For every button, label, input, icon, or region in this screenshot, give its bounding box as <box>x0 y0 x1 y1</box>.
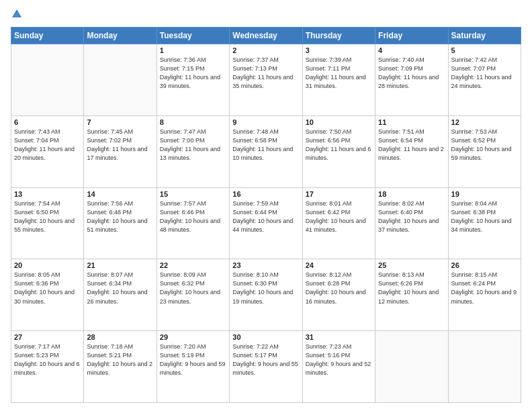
day-info: Sunrise: 8:05 AMSunset: 6:36 PMDaylight:… <box>14 271 81 306</box>
calendar-cell: 30Sunrise: 7:22 AMSunset: 5:17 PMDayligh… <box>230 331 302 403</box>
week-row: 20Sunrise: 8:05 AMSunset: 6:36 PMDayligh… <box>11 259 521 331</box>
day-number: 21 <box>87 261 153 269</box>
day-info: Sunrise: 7:37 AMSunset: 7:13 PMDaylight:… <box>232 56 299 91</box>
day-info: Sunrise: 7:45 AMSunset: 7:02 PMDaylight:… <box>87 128 153 163</box>
day-info: Sunrise: 7:18 AMSunset: 5:21 PMDaylight:… <box>87 342 153 377</box>
calendar-cell: 26Sunrise: 8:15 AMSunset: 6:24 PMDayligh… <box>448 259 521 331</box>
calendar-cell: 4Sunrise: 7:40 AMSunset: 7:09 PMDaylight… <box>375 44 448 116</box>
day-number: 7 <box>87 118 153 126</box>
day-number: 4 <box>378 46 445 54</box>
weekday-header: Sunday <box>11 28 84 44</box>
day-number: 2 <box>232 46 299 54</box>
day-info: Sunrise: 7:36 AMSunset: 7:15 PMDaylight:… <box>160 56 226 91</box>
day-number: 19 <box>451 190 518 198</box>
day-info: Sunrise: 7:20 AMSunset: 5:19 PMDaylight:… <box>160 342 226 377</box>
day-info: Sunrise: 8:04 AMSunset: 6:38 PMDaylight:… <box>451 199 518 234</box>
day-info: Sunrise: 7:43 AMSunset: 7:04 PMDaylight:… <box>14 128 81 163</box>
day-number: 25 <box>378 261 445 269</box>
calendar-cell: 17Sunrise: 8:01 AMSunset: 6:42 PMDayligh… <box>302 187 375 259</box>
day-info: Sunrise: 7:50 AMSunset: 6:56 PMDaylight:… <box>306 128 372 163</box>
calendar-cell <box>11 44 84 116</box>
calendar-cell <box>375 331 448 403</box>
week-row: 1Sunrise: 7:36 AMSunset: 7:15 PMDaylight… <box>11 44 521 116</box>
calendar-cell: 3Sunrise: 7:39 AMSunset: 7:11 PMDaylight… <box>302 44 375 116</box>
calendar-cell: 6Sunrise: 7:43 AMSunset: 7:04 PMDaylight… <box>11 116 84 187</box>
day-number: 20 <box>14 261 81 269</box>
day-number: 11 <box>378 118 445 126</box>
day-number: 26 <box>451 261 518 269</box>
logo-icon <box>11 8 23 20</box>
calendar-cell: 11Sunrise: 7:51 AMSunset: 6:54 PMDayligh… <box>375 116 448 187</box>
day-info: Sunrise: 7:17 AMSunset: 5:23 PMDaylight:… <box>14 342 81 377</box>
day-number: 28 <box>87 333 153 341</box>
calendar-table: SundayMondayTuesdayWednesdayThursdayFrid… <box>11 27 521 403</box>
calendar-header-row: SundayMondayTuesdayWednesdayThursdayFrid… <box>11 28 521 44</box>
day-info: Sunrise: 8:15 AMSunset: 6:24 PMDaylight:… <box>451 271 518 306</box>
day-number: 10 <box>306 118 372 126</box>
day-info: Sunrise: 7:47 AMSunset: 7:00 PMDaylight:… <box>160 128 226 163</box>
weekday-header: Thursday <box>302 28 375 44</box>
calendar-cell: 7Sunrise: 7:45 AMSunset: 7:02 PMDaylight… <box>84 116 157 187</box>
weekday-header: Saturday <box>448 28 521 44</box>
day-info: Sunrise: 8:10 AMSunset: 6:30 PMDaylight:… <box>232 271 299 306</box>
weekday-header: Wednesday <box>230 28 302 44</box>
week-row: 13Sunrise: 7:54 AMSunset: 6:50 PMDayligh… <box>11 187 521 259</box>
calendar-cell: 31Sunrise: 7:23 AMSunset: 5:16 PMDayligh… <box>302 331 375 403</box>
day-info: Sunrise: 7:23 AMSunset: 5:16 PMDaylight:… <box>306 342 372 377</box>
page: SundayMondayTuesdayWednesdayThursdayFrid… <box>0 0 532 411</box>
day-number: 5 <box>451 46 518 54</box>
day-number: 1 <box>160 46 226 54</box>
day-number: 14 <box>87 190 153 198</box>
calendar-cell: 29Sunrise: 7:20 AMSunset: 5:19 PMDayligh… <box>157 331 229 403</box>
day-info: Sunrise: 8:02 AMSunset: 6:40 PMDaylight:… <box>378 199 445 234</box>
day-number: 12 <box>451 118 518 126</box>
calendar-cell: 13Sunrise: 7:54 AMSunset: 6:50 PMDayligh… <box>11 187 84 259</box>
day-number: 27 <box>14 333 81 341</box>
day-number: 22 <box>160 261 226 269</box>
weekday-header: Tuesday <box>157 28 229 44</box>
week-row: 27Sunrise: 7:17 AMSunset: 5:23 PMDayligh… <box>11 331 521 403</box>
day-number: 6 <box>14 118 81 126</box>
day-info: Sunrise: 8:12 AMSunset: 6:28 PMDaylight:… <box>306 271 372 306</box>
calendar-cell: 21Sunrise: 8:07 AMSunset: 6:34 PMDayligh… <box>84 259 157 331</box>
day-number: 17 <box>306 190 372 198</box>
day-number: 30 <box>232 333 299 341</box>
day-info: Sunrise: 8:13 AMSunset: 6:26 PMDaylight:… <box>378 271 445 306</box>
weekday-header: Friday <box>375 28 448 44</box>
calendar-cell: 5Sunrise: 7:42 AMSunset: 7:07 PMDaylight… <box>448 44 521 116</box>
day-number: 31 <box>306 333 372 341</box>
calendar-cell <box>448 331 521 403</box>
calendar-cell: 9Sunrise: 7:48 AMSunset: 6:58 PMDaylight… <box>230 116 302 187</box>
calendar-cell: 23Sunrise: 8:10 AMSunset: 6:30 PMDayligh… <box>230 259 302 331</box>
calendar-cell: 28Sunrise: 7:18 AMSunset: 5:21 PMDayligh… <box>84 331 157 403</box>
calendar-cell: 1Sunrise: 7:36 AMSunset: 7:15 PMDaylight… <box>157 44 229 116</box>
day-info: Sunrise: 7:54 AMSunset: 6:50 PMDaylight:… <box>14 199 81 234</box>
calendar-cell: 16Sunrise: 7:59 AMSunset: 6:44 PMDayligh… <box>230 187 302 259</box>
day-info: Sunrise: 7:40 AMSunset: 7:09 PMDaylight:… <box>378 56 445 91</box>
day-info: Sunrise: 7:59 AMSunset: 6:44 PMDaylight:… <box>232 199 299 234</box>
day-info: Sunrise: 7:53 AMSunset: 6:52 PMDaylight:… <box>451 128 518 163</box>
calendar-cell: 2Sunrise: 7:37 AMSunset: 7:13 PMDaylight… <box>230 44 302 116</box>
day-info: Sunrise: 8:07 AMSunset: 6:34 PMDaylight:… <box>87 271 153 306</box>
day-number: 29 <box>160 333 226 341</box>
calendar-cell <box>84 44 157 116</box>
calendar-cell: 27Sunrise: 7:17 AMSunset: 5:23 PMDayligh… <box>11 331 84 403</box>
day-info: Sunrise: 7:57 AMSunset: 6:46 PMDaylight:… <box>160 199 226 234</box>
day-info: Sunrise: 7:39 AMSunset: 7:11 PMDaylight:… <box>306 56 372 91</box>
day-number: 23 <box>232 261 299 269</box>
calendar-cell: 18Sunrise: 8:02 AMSunset: 6:40 PMDayligh… <box>375 187 448 259</box>
day-number: 18 <box>378 190 445 198</box>
calendar-cell: 19Sunrise: 8:04 AMSunset: 6:38 PMDayligh… <box>448 187 521 259</box>
day-info: Sunrise: 7:56 AMSunset: 6:48 PMDaylight:… <box>87 199 153 234</box>
day-number: 13 <box>14 190 81 198</box>
day-info: Sunrise: 7:51 AMSunset: 6:54 PMDaylight:… <box>378 128 445 163</box>
calendar-cell: 10Sunrise: 7:50 AMSunset: 6:56 PMDayligh… <box>302 116 375 187</box>
calendar-cell: 25Sunrise: 8:13 AMSunset: 6:26 PMDayligh… <box>375 259 448 331</box>
day-info: Sunrise: 7:22 AMSunset: 5:17 PMDaylight:… <box>232 342 299 377</box>
day-info: Sunrise: 8:01 AMSunset: 6:42 PMDaylight:… <box>306 199 372 234</box>
calendar-cell: 8Sunrise: 7:47 AMSunset: 7:00 PMDaylight… <box>157 116 229 187</box>
day-number: 15 <box>160 190 226 198</box>
day-number: 3 <box>306 46 372 54</box>
calendar-cell: 14Sunrise: 7:56 AMSunset: 6:48 PMDayligh… <box>84 187 157 259</box>
calendar-cell: 15Sunrise: 7:57 AMSunset: 6:46 PMDayligh… <box>157 187 229 259</box>
